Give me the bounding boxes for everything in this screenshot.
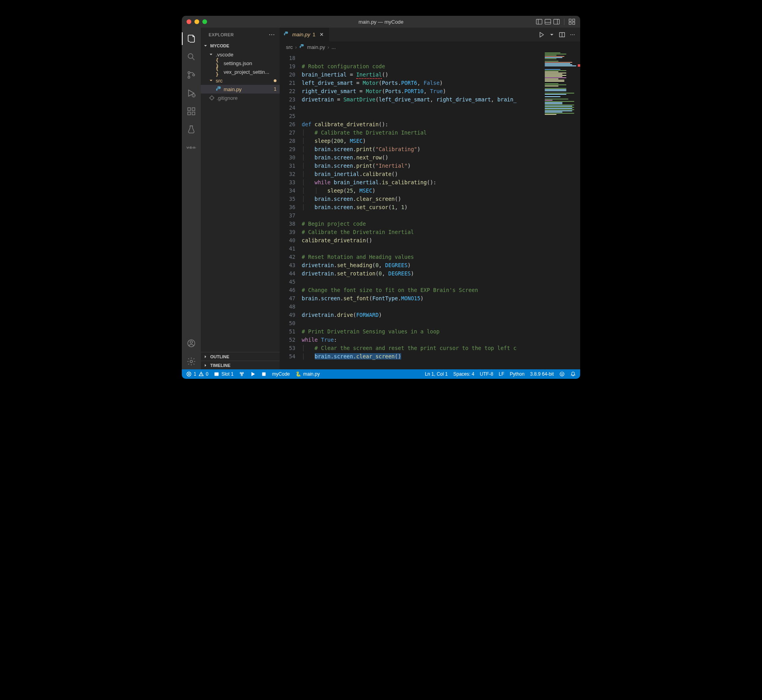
svg-point-37 (562, 374, 563, 374)
activity-accounts-icon[interactable] (182, 335, 201, 351)
breadcrumb-item[interactable]: main.py (307, 44, 325, 50)
line-numbers: 1819202122232425262728293031323334353637… (280, 52, 302, 369)
breadcrumbs[interactable]: src › main.py › ... (280, 41, 580, 52)
json-icon: { } (216, 69, 222, 75)
svg-point-14 (193, 74, 195, 76)
svg-point-12 (188, 72, 190, 74)
status-problems[interactable]: 1 0 (183, 369, 211, 379)
status-brain-icon[interactable] (236, 369, 247, 379)
svg-rect-30 (215, 372, 219, 376)
file-label: settings.json (224, 60, 276, 66)
run-icon[interactable] (538, 31, 545, 39)
status-cursor-position[interactable]: Ln 1, Col 1 (422, 369, 450, 379)
folder-label: .vscode (216, 52, 276, 58)
tree-folder-vscode[interactable]: .vscode (201, 50, 280, 59)
file-label: vex_project_settin... (224, 69, 276, 75)
status-slot[interactable]: Slot 1 (211, 369, 236, 379)
status-feedback-icon[interactable] (557, 369, 568, 379)
activity-extensions-icon[interactable] (182, 103, 201, 119)
explorer-more-icon[interactable]: ⋯ (269, 31, 275, 38)
editor-area: main.py 1 ✕ ⋯ src › main.py › ... (280, 28, 580, 369)
tree-file-main-py[interactable]: main.py 1 (201, 85, 280, 94)
status-encoding[interactable]: UTF-8 (477, 369, 496, 379)
explorer-sidebar: EXPLORER ⋯ MYCODE .vscode { } settings.j… (201, 28, 280, 369)
statusbar: 1 0 Slot 1 myCode 🐍 main.py Ln 1, Col 1 … (182, 369, 580, 379)
editor-tabs: main.py 1 ✕ ⋯ (280, 28, 580, 41)
python-icon (299, 44, 305, 51)
activity-search-icon[interactable] (182, 49, 201, 65)
activitybar: VEX (182, 28, 201, 369)
error-count: 1 (194, 371, 196, 377)
activity-testing-icon[interactable] (182, 122, 201, 137)
chevron-down-icon (202, 43, 209, 49)
tree-folder-src[interactable]: src (201, 76, 280, 85)
overview-ruler (579, 52, 580, 369)
breadcrumb-item[interactable]: ... (332, 44, 336, 50)
status-play-button[interactable] (247, 369, 258, 379)
chevron-right-icon (202, 354, 209, 360)
svg-rect-18 (192, 112, 195, 115)
timeline-title: TIMELINE (210, 363, 230, 368)
svg-line-11 (192, 58, 195, 60)
file-tree: .vscode { } settings.json { } vex_projec… (201, 50, 280, 352)
tab-close-icon[interactable]: ✕ (319, 32, 325, 37)
activity-explorer-icon[interactable] (182, 31, 201, 47)
tree-file-gitignore[interactable]: .gitignore (201, 94, 280, 102)
svg-point-13 (188, 77, 190, 79)
file-label: main.py (224, 86, 271, 92)
status-notifications-icon[interactable] (568, 369, 579, 379)
svg-rect-17 (188, 112, 190, 115)
editor-more-icon[interactable]: ⋯ (568, 31, 576, 39)
window-title: main.py — myCode (182, 19, 580, 25)
run-dropdown-icon[interactable] (548, 31, 556, 39)
outline-section-header[interactable]: OUTLINE (201, 352, 280, 361)
svg-rect-16 (188, 108, 190, 110)
svg-point-15 (192, 94, 195, 97)
activity-vex-icon[interactable]: VEX (182, 140, 201, 155)
explorer-header: EXPLORER ⋯ (201, 28, 280, 41)
timeline-section-header[interactable]: TIMELINE (201, 361, 280, 369)
svg-point-33 (241, 374, 243, 376)
error-marker[interactable] (578, 64, 580, 67)
svg-rect-34 (262, 372, 266, 376)
chevron-right-icon (202, 362, 209, 369)
project-section-header[interactable]: MYCODE (201, 41, 280, 50)
folder-label: src (216, 78, 271, 84)
editor-actions: ⋯ (534, 28, 580, 41)
tree-file-vex-project[interactable]: { } vex_project_settin... (201, 67, 280, 76)
vscode-window: main.py — myCode (182, 16, 580, 379)
python-icon (216, 86, 222, 92)
project-name: MYCODE (210, 43, 229, 48)
minimap[interactable] (543, 52, 580, 139)
file-problem-badge: 1 (274, 86, 276, 92)
status-language[interactable]: Python (507, 369, 527, 379)
chevron-down-icon (208, 51, 214, 58)
breadcrumb-item[interactable]: src (286, 44, 293, 50)
chevron-right-icon: › (295, 44, 297, 50)
code-content[interactable]: # Robot configuration codebrain_inertial… (302, 52, 580, 369)
status-eol[interactable]: LF (496, 369, 507, 379)
tab-filename: main.py (292, 32, 310, 37)
tree-file-settings-json[interactable]: { } settings.json (201, 59, 280, 67)
outline-title: OUTLINE (210, 354, 229, 359)
chevron-right-icon: › (327, 44, 329, 50)
tab-problem-badge: 1 (313, 32, 316, 37)
status-filename[interactable]: 🐍 main.py (293, 369, 323, 379)
activity-run-debug-icon[interactable] (182, 85, 201, 101)
status-stop-button[interactable] (258, 369, 269, 379)
svg-rect-19 (192, 108, 195, 110)
activity-settings-icon[interactable] (182, 354, 201, 369)
status-python-version[interactable]: 3.8.9 64-bit (527, 369, 557, 379)
split-editor-icon[interactable] (558, 31, 566, 39)
code-editor[interactable]: 1819202122232425262728293031323334353637… (280, 52, 580, 369)
status-project-name[interactable]: myCode (269, 369, 293, 379)
titlebar: main.py — myCode (182, 16, 580, 28)
svg-point-23 (190, 360, 192, 363)
svg-point-22 (190, 341, 192, 343)
activity-source-control-icon[interactable] (182, 67, 201, 83)
explorer-title: EXPLORER (209, 32, 234, 37)
editor-tab-main-py[interactable]: main.py 1 ✕ (280, 28, 329, 41)
chevron-down-icon (208, 77, 214, 84)
status-indentation[interactable]: Spaces: 4 (450, 369, 477, 379)
svg-point-36 (561, 374, 562, 374)
